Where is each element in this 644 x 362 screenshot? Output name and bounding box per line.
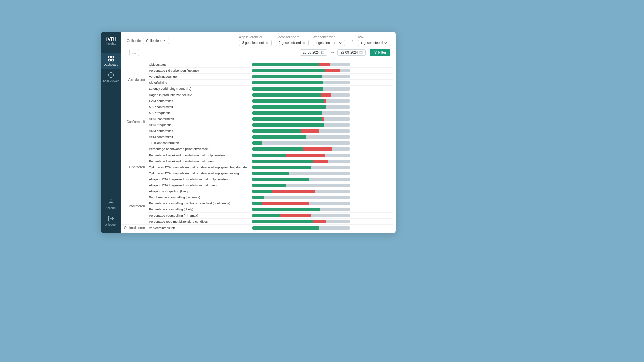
metric-label: Percentage voorspelling (likely) (148, 206, 251, 213)
svg-rect-14 (360, 51, 362, 54)
table-row: Tijd tussen ETA prioriteitsverzoek en da… (121, 164, 393, 170)
bar-green (252, 87, 323, 90)
table-row: Bandbreedte voorspelling (min/max) (121, 194, 393, 200)
bar-gray (322, 75, 350, 78)
table-row: Percentage voorspelling (likely) (121, 206, 393, 213)
bar-gray (326, 99, 350, 103)
group-label: Prioriteren (121, 146, 148, 188)
bar-green (252, 226, 318, 230)
chevron-down-icon (163, 39, 166, 42)
table-row: Klokafwijking (121, 80, 393, 86)
bar-gray (326, 220, 350, 223)
metric-label: Dagen in productie zonder iSAT (148, 92, 251, 98)
metric-label: Percentage tijd verbonden (uptime) (148, 68, 251, 74)
metric-label: SPAT frequentie (148, 122, 251, 128)
table-row: AansluitingObjectstatus (121, 62, 393, 68)
bar-red (303, 147, 332, 151)
svg-rect-1 (112, 56, 114, 58)
bar-green (252, 93, 321, 97)
ivri-dropdown[interactable]: x geselecteerd (358, 40, 390, 46)
bar-green (252, 160, 313, 163)
bar-red (325, 69, 340, 72)
svg-point-8 (110, 200, 112, 202)
logout-icon (108, 215, 114, 222)
bar-container (252, 214, 350, 217)
chevron-down-icon (302, 41, 306, 45)
table-row: Dagen in productie zonder iSAT (121, 92, 393, 98)
bar-cell (251, 140, 393, 146)
wegbeheerder-dropdown[interactable]: x geselecteerd (313, 40, 345, 46)
bar-container (252, 166, 350, 169)
sidebar-item-uitloggen[interactable]: Uitloggen (101, 213, 121, 229)
bar-cell (251, 74, 393, 80)
bar-red (313, 160, 328, 163)
bar-green (252, 147, 303, 151)
filter-button[interactable]: Filter (370, 49, 390, 56)
bar-container (252, 99, 350, 103)
bar-container (252, 178, 350, 181)
bar-red (280, 214, 311, 217)
wegbeheerder-col: Wegbeheerder x geselecteerd (313, 35, 345, 46)
bar-green (252, 154, 286, 157)
chevron-down-icon (265, 41, 269, 45)
bar-cell (251, 200, 393, 206)
bar-container (252, 184, 350, 187)
bar-green (252, 105, 326, 109)
chart-table: AansluitingObjectstatusPercentage tijd v… (121, 62, 393, 231)
metric-label: Bandbreedte voorspelling (min/max) (148, 194, 251, 200)
more-options-button[interactable]: ... (129, 49, 139, 56)
bar-green (252, 220, 313, 223)
bar-cell (251, 62, 393, 68)
metric-label: Tijd tussen ETA prioriteitsverzoek en da… (148, 170, 251, 176)
bar-green (252, 190, 272, 193)
table-row: Percentage tijd verbonden (uptime) (121, 68, 393, 74)
bar-red (319, 63, 330, 66)
chart-area[interactable]: AansluitingObjectstatusPercentage tijd v… (121, 59, 396, 233)
top-bar: Collectie Collectie x App leverancier 8 … (121, 32, 396, 59)
bar-container (252, 123, 350, 127)
bar-green (252, 135, 306, 139)
table-row: InformerenAfwijking voorspelling (likely… (121, 188, 393, 194)
bar-green (252, 141, 262, 145)
bar-container (252, 147, 350, 151)
geconsolideerd-col: Geconsolideerd 2 geselecteerd (276, 35, 309, 46)
bar-container (252, 93, 350, 97)
sidebar-item-ivri-viewer[interactable]: iVRI Viewer (101, 69, 121, 85)
sidebar-item-account[interactable]: Account (101, 196, 121, 213)
metric-label: TLCConf conformiteit (148, 140, 251, 146)
bar-container (252, 196, 350, 199)
bar-green (252, 166, 311, 169)
metric-label: Latency verbinding (roundtrip) (148, 86, 251, 92)
bar-container (252, 202, 350, 205)
date-from[interactable]: 23-06-2024 (300, 49, 327, 56)
bar-cell (251, 206, 393, 213)
sidebar-item-dashboard[interactable]: Dashboard (101, 53, 121, 69)
app-leverancier-dropdown[interactable]: 8 geselecteerd (239, 40, 272, 46)
metric-label: Verbindingspogingen (148, 74, 251, 80)
bar-cell (251, 68, 393, 74)
bar-gray (309, 178, 350, 181)
bar-red (321, 93, 331, 97)
geconsolideerd-dropdown[interactable]: 2 geselecteerd (276, 40, 309, 46)
collectie-dropdown[interactable]: Collectie x (143, 38, 169, 44)
svg-rect-0 (109, 56, 111, 58)
svg-rect-10 (322, 51, 324, 54)
bar-gray (322, 111, 350, 115)
bar-container (252, 190, 350, 193)
bar-container (252, 160, 350, 163)
bar-cell (251, 152, 393, 158)
metric-label: Percentage toegekend prioriteitsverzoek … (148, 158, 251, 164)
bar-gray (319, 129, 350, 133)
metric-label: Percentage voorspelling (min/max) (148, 213, 251, 219)
date-to[interactable]: 22-09-2024 (337, 49, 365, 56)
app-container: iVRI insights Dashboard iVRI Viewer Acco… (101, 32, 396, 233)
bar-green (252, 123, 324, 127)
bar-gray (319, 226, 350, 230)
app-leverancier-col: App leverancier 8 geselecteerd (239, 35, 272, 46)
bar-cell (251, 92, 393, 98)
group-label: Aansluiting (121, 62, 148, 98)
bar-gray (264, 196, 350, 199)
bar-cell (251, 98, 393, 104)
metric-label: Afwijking voorspelling (likely) (148, 188, 251, 194)
bar-cell (251, 158, 393, 164)
